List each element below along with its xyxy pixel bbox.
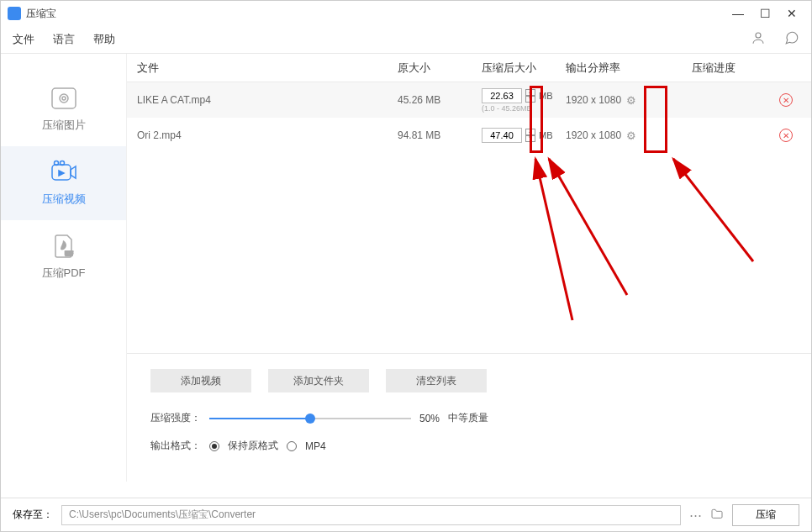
svg-point-5 <box>54 161 58 166</box>
gear-icon[interactable]: ⚙ <box>626 129 636 142</box>
col-after: 压缩后大小 <box>482 61 566 76</box>
quality-label: 中等质量 <box>448 411 488 425</box>
sidebar: 压缩图片 压缩视频 PDF 压缩PDF <box>1 54 127 482</box>
size-input[interactable] <box>482 88 522 103</box>
size-spinner[interactable]: ▲▼ <box>525 89 535 103</box>
save-path-input[interactable] <box>61 505 681 525</box>
file-resolution: 1920 x 1080 ⚙ <box>566 129 692 142</box>
format-label: 输出格式： <box>150 439 201 453</box>
strength-value: 50% <box>419 413 440 424</box>
user-icon[interactable] <box>751 30 766 50</box>
file-after-size: ▲▼ MB <box>482 128 566 143</box>
more-icon[interactable]: ⋯ <box>689 508 702 523</box>
size-unit: MB <box>539 130 553 140</box>
size-spinner[interactable]: ▲▼ <box>525 129 535 142</box>
table-header: 文件 原大小 压缩后大小 输出分辨率 压缩进度 <box>127 54 811 82</box>
maximize-button[interactable]: ☐ <box>759 7 771 20</box>
file-after-size: ▲▼ MB (1.0 - 45.26MB <box>482 88 566 113</box>
image-icon <box>50 86 78 111</box>
minimize-button[interactable]: ― <box>732 7 744 20</box>
sidebar-item-pdf[interactable]: PDF 压缩PDF <box>1 220 126 294</box>
pdf-icon: PDF <box>50 234 78 259</box>
compress-button[interactable]: 压缩 <box>732 504 799 526</box>
main-area: 压缩图片 压缩视频 PDF 压缩PDF 文件 原大小 压缩后大小 输出分辨率 压… <box>1 53 811 482</box>
svg-text:PDF: PDF <box>65 250 73 255</box>
strength-slider[interactable] <box>209 418 411 419</box>
menubar: 文件 语言 帮助 <box>1 26 811 53</box>
col-res: 输出分辨率 <box>566 61 692 76</box>
strength-label: 压缩强度： <box>150 411 201 425</box>
gear-icon[interactable]: ⚙ <box>626 94 636 107</box>
close-button[interactable]: ✕ <box>786 7 798 20</box>
resolution-value: 1920 x 1080 <box>566 129 621 141</box>
sidebar-item-image[interactable]: 压缩图片 <box>1 72 126 146</box>
keep-format-label: 保持原格式 <box>228 439 278 453</box>
col-file: 文件 <box>137 61 398 76</box>
menu-file[interactable]: 文件 <box>13 32 34 47</box>
sidebar-item-video[interactable]: 压缩视频 <box>1 146 126 220</box>
app-title: 压缩宝 <box>26 7 732 21</box>
app-icon <box>8 7 21 20</box>
file-row: LIKE A CAT.mp4 45.26 MB ▲▼ MB (1.0 - 45.… <box>127 82 811 118</box>
file-name: Ori 2.mp4 <box>137 129 398 141</box>
svg-point-0 <box>756 33 761 38</box>
menu-help[interactable]: 帮助 <box>93 32 115 47</box>
size-input[interactable] <box>482 128 522 143</box>
sidebar-label: 压缩PDF <box>42 266 86 281</box>
mp4-label: MP4 <box>305 440 326 452</box>
svg-point-6 <box>60 161 64 166</box>
file-rows: LIKE A CAT.mp4 45.26 MB ▲▼ MB (1.0 - 45.… <box>127 82 811 353</box>
delete-button[interactable]: ✕ <box>779 129 793 142</box>
svg-point-2 <box>60 94 68 103</box>
file-resolution: 1920 x 1080 ⚙ <box>566 94 692 107</box>
bottom-panel: 添加视频 添加文件夹 清空列表 压缩强度： 50% 中等质量 输出格式： 保持原… <box>127 353 811 482</box>
resolution-value: 1920 x 1080 <box>566 94 621 106</box>
radio-keep-format[interactable] <box>209 441 219 451</box>
titlebar: 压缩宝 ― ☐ ✕ <box>1 1 811 26</box>
svg-rect-1 <box>52 88 76 108</box>
clear-list-button[interactable]: 清空列表 <box>386 369 487 392</box>
window-controls: ― ☐ ✕ <box>732 7 804 20</box>
slider-thumb[interactable] <box>305 413 315 424</box>
footer: 保存至： ⋯ 压缩 <box>1 498 811 531</box>
video-icon <box>50 160 78 185</box>
add-video-button[interactable]: 添加视频 <box>150 369 251 392</box>
row-actions: ✕ <box>692 129 801 142</box>
svg-point-3 <box>62 97 66 100</box>
svg-marker-7 <box>59 171 64 176</box>
size-unit: MB <box>539 91 553 101</box>
file-orig-size: 45.26 MB <box>398 94 482 106</box>
menu-language[interactable]: 语言 <box>53 32 75 47</box>
size-range: (1.0 - 45.26MB <box>482 104 566 113</box>
add-folder-button[interactable]: 添加文件夹 <box>268 369 369 392</box>
content: 文件 原大小 压缩后大小 输出分辨率 压缩进度 LIKE A CAT.mp4 4… <box>127 54 811 482</box>
chat-icon[interactable] <box>784 30 799 50</box>
delete-button[interactable]: ✕ <box>779 93 793 107</box>
save-to-label: 保存至： <box>13 508 53 522</box>
folder-icon[interactable] <box>710 508 724 522</box>
sidebar-label: 压缩视频 <box>42 192 86 207</box>
row-actions: ✕ <box>692 93 801 107</box>
col-orig: 原大小 <box>398 61 482 76</box>
file-orig-size: 94.81 MB <box>398 129 482 141</box>
file-name: LIKE A CAT.mp4 <box>137 94 398 106</box>
col-prog: 压缩进度 <box>692 61 759 76</box>
sidebar-label: 压缩图片 <box>42 118 86 133</box>
radio-mp4[interactable] <box>287 441 297 451</box>
file-row: Ori 2.mp4 94.81 MB ▲▼ MB 1920 x 1080 ⚙ ✕ <box>127 118 811 153</box>
